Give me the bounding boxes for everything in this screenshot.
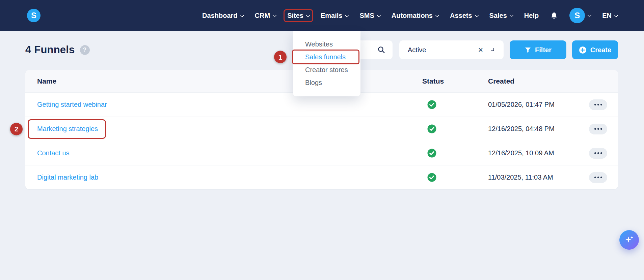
nav-item-assets[interactable]: Assets xyxy=(450,12,478,20)
chevron-down-icon xyxy=(306,13,310,17)
nav-item-label: Assets xyxy=(450,12,472,20)
chevron-down-icon xyxy=(272,13,277,17)
notifications-button[interactable] xyxy=(550,11,558,20)
menu-item-websites[interactable]: Websites xyxy=(293,38,360,51)
more-options-icon xyxy=(594,104,596,105)
sparkles-icon xyxy=(624,235,634,245)
chevron-down-icon xyxy=(509,13,514,17)
plus-circle-icon xyxy=(579,46,587,54)
chevron-down-icon xyxy=(614,13,618,17)
more-options-icon xyxy=(594,177,596,178)
table-row: Digital marketing lab 11/03/2025, 11:03 … xyxy=(25,165,618,189)
more-options-icon xyxy=(594,128,596,130)
funnel-link[interactable]: Getting started webinar xyxy=(37,101,107,108)
column-header-name: Name xyxy=(25,70,422,92)
nav-item-sites[interactable]: Sites xyxy=(287,12,310,20)
nav-item-dashboard[interactable]: Dashboard xyxy=(202,12,243,20)
app-logo-letter: S xyxy=(31,11,36,20)
nav-item-help[interactable]: Help xyxy=(524,12,539,20)
menu-item-blogs[interactable]: Blogs xyxy=(293,76,360,89)
created-date: 12/16/2025, 04:48 PM xyxy=(488,125,584,133)
nav-item-label: Sites xyxy=(287,12,303,20)
nav-item-label: SMS xyxy=(359,12,374,20)
status-active-icon xyxy=(427,124,437,134)
clear-filter-icon[interactable]: ✕ xyxy=(478,47,483,53)
user-menu[interactable]: S xyxy=(569,8,591,23)
nav-item-label: CRM xyxy=(255,12,270,20)
page-title: 4 Funnels xyxy=(25,44,75,56)
funnel-link[interactable]: Marketing strategies xyxy=(37,125,98,133)
chevron-down-icon xyxy=(491,48,494,51)
created-date: 01/05/2026, 01:47 PM xyxy=(488,101,584,108)
nav-item-automations[interactable]: Automations xyxy=(392,12,439,20)
status-filter-value: Active xyxy=(399,46,426,54)
nav-item-crm[interactable]: CRM xyxy=(255,12,276,20)
user-avatar: S xyxy=(569,8,585,23)
menu-item-sales-funnels[interactable]: Sales funnels 1 xyxy=(293,51,360,63)
top-navbar: S Dashboard CRM Sites Emails SMS Automat… xyxy=(0,0,644,31)
nav-item-emails[interactable]: Emails xyxy=(321,12,348,20)
sites-dropdown-menu: Websites Sales funnels 1 Creator stores … xyxy=(293,31,360,96)
chevron-down-icon xyxy=(345,13,349,17)
chevron-down-icon xyxy=(587,13,592,17)
funnel-link[interactable]: Contact us xyxy=(37,149,70,157)
filter-button-label: Filter xyxy=(535,46,552,54)
funnel-link[interactable]: Digital marketing lab xyxy=(37,174,98,181)
ai-assistant-button[interactable] xyxy=(619,230,639,250)
status-active-icon xyxy=(427,100,437,110)
column-header-created: Created xyxy=(488,77,584,85)
avatar-letter: S xyxy=(574,11,580,20)
status-active-icon xyxy=(427,173,437,182)
main-nav: Dashboard CRM Sites Emails SMS Automatio… xyxy=(202,8,644,23)
nav-item-label: Sales xyxy=(489,12,507,20)
more-options-icon xyxy=(594,152,596,154)
nav-item-sales[interactable]: Sales xyxy=(489,12,513,20)
funnel-icon xyxy=(525,46,531,53)
annotation-step-2-badge: 2 xyxy=(10,123,23,135)
column-header-status: Status xyxy=(422,77,488,85)
create-button[interactable]: Create xyxy=(572,40,618,59)
more-options-button[interactable] xyxy=(589,172,607,183)
chevron-down-icon xyxy=(435,13,439,17)
chevron-down-icon xyxy=(377,13,381,17)
help-icon[interactable]: ? xyxy=(80,45,90,55)
status-active-icon xyxy=(427,148,437,158)
more-options-button[interactable] xyxy=(589,124,607,134)
created-date: 11/03/2025, 11:03 AM xyxy=(488,174,584,181)
bell-icon xyxy=(550,11,558,20)
language-label: EN xyxy=(602,12,612,20)
menu-item-creator-stores[interactable]: Creator stores xyxy=(293,63,360,76)
chevron-down-icon xyxy=(475,13,479,17)
filter-button[interactable]: Filter xyxy=(510,40,566,59)
chevron-down-icon xyxy=(240,13,244,17)
more-options-button[interactable] xyxy=(589,99,607,110)
menu-item-label: Sales funnels xyxy=(305,53,346,61)
create-button-label: Create xyxy=(590,46,611,54)
status-filter-select[interactable]: Active ✕ xyxy=(399,40,504,59)
more-options-button[interactable] xyxy=(589,148,607,159)
nav-item-label: Dashboard xyxy=(202,12,237,20)
nav-item-label: Automations xyxy=(392,12,433,20)
search-icon xyxy=(377,46,385,54)
language-selector[interactable]: EN xyxy=(602,12,618,20)
created-date: 12/16/2025, 10:09 AM xyxy=(488,149,584,157)
nav-item-sms[interactable]: SMS xyxy=(359,12,380,20)
table-row: Marketing strategies 2 12/16/2025, 04:48… xyxy=(25,117,618,141)
app-logo[interactable]: S xyxy=(27,9,41,22)
table-row: Contact us 12/16/2025, 10:09 AM xyxy=(25,141,618,165)
nav-item-label: Help xyxy=(524,12,539,20)
nav-item-label: Emails xyxy=(321,12,342,20)
